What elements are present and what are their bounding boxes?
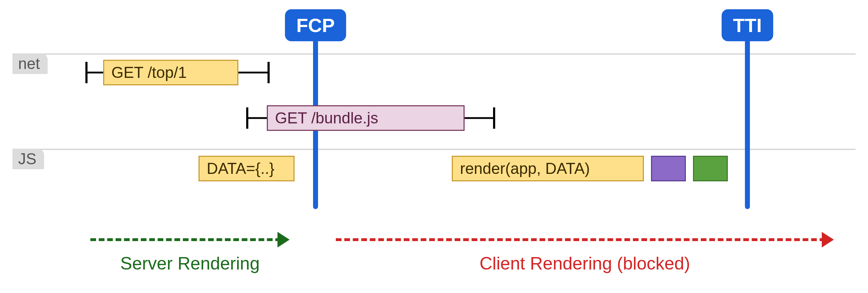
- bar-task-green: [693, 156, 728, 181]
- bar-data-block-label: DATA={..}: [207, 160, 274, 177]
- tti-badge: TTI: [722, 9, 773, 41]
- lane-divider-js: [12, 149, 856, 150]
- caption-server: Server Rendering: [90, 253, 290, 274]
- lane-label-net: net: [12, 53, 48, 74]
- bar-data-block: DATA={..}: [199, 156, 295, 181]
- phase-server-rendering: Server Rendering: [90, 228, 290, 270]
- arrow-server: [90, 238, 281, 241]
- arrow-head-server: [277, 232, 290, 247]
- bar-get-top-label: GET /top/1: [111, 64, 187, 81]
- bar-get-bundle: GET /bundle.js: [267, 105, 465, 131]
- fcp-badge: FCP: [285, 9, 346, 41]
- tti-marker-line: [745, 34, 750, 209]
- bar-render-call: render(app, DATA): [452, 156, 644, 181]
- bar-get-top: GET /top/1: [103, 60, 238, 85]
- bar-get-bundle-label: GET /bundle.js: [275, 109, 378, 127]
- arrow-head-client: [822, 232, 834, 247]
- phase-client-rendering: Client Rendering (blocked): [336, 228, 834, 270]
- arrow-client: [336, 238, 825, 241]
- caption-client: Client Rendering (blocked): [336, 253, 834, 274]
- lane-label-js: JS: [12, 149, 44, 169]
- bar-render-call-label: render(app, DATA): [460, 160, 590, 177]
- lane-divider-net: [12, 53, 856, 55]
- bar-task-purple: [651, 156, 686, 181]
- rendering-timeline-diagram: net JS FCP TTI GET /top/1 GET /bundle.js…: [0, 0, 868, 293]
